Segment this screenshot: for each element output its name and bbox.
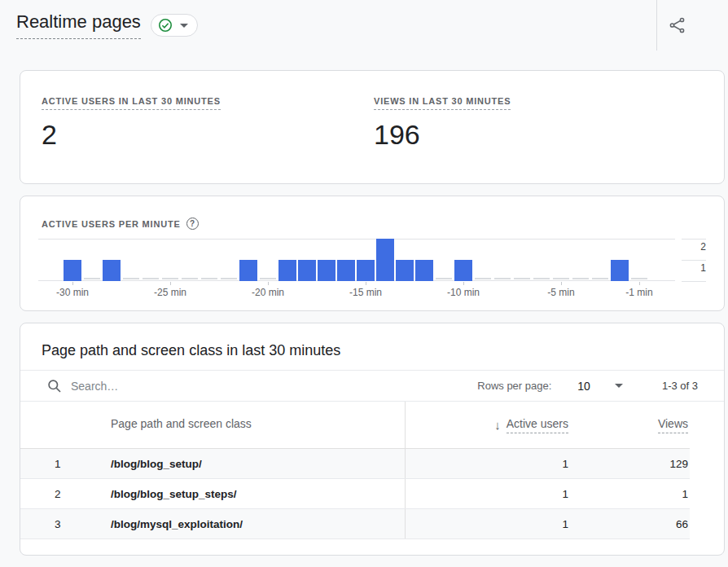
bar [415,260,433,281]
bar-slot-minute-8[interactable] [493,239,512,281]
empty-minute-mark [143,278,159,279]
bar-slot-minute-12[interactable] [414,239,434,281]
row-index: 1 [42,449,111,478]
x-tick-label: -5 min [547,287,574,298]
empty-minute-mark [592,278,608,279]
x-tick [561,282,562,285]
column-header-views[interactable]: Views [658,417,688,433]
bar-slot-minute-16[interactable] [336,239,356,281]
index-column-header [42,402,111,448]
check-circle-icon [158,18,173,33]
x-tick-label: -1 min [625,287,652,298]
column-header-active-users[interactable]: Active users [507,417,568,433]
metrics-cells: 1129 [405,449,690,478]
bar [454,260,472,281]
bar-slot-minute-2[interactable] [610,239,629,281]
empty-minute-mark [494,278,511,279]
bar-slot-minute-6[interactable] [532,239,551,281]
x-axis: -30 min-25 min-20 min-15 min-10 min-5 mi… [38,281,675,299]
x-tick-label: -15 min [349,287,382,298]
table-toolbar: Rows per page: 10 1-3 of 3 [20,371,724,402]
x-tick [170,282,171,285]
bar-slot-minute-9[interactable] [473,239,493,281]
table-row: 1/blog/blog_setup/1129 [20,449,690,479]
metric-label: ACTIVE USERS IN LAST 30 MINUTES [42,96,221,110]
bar-slot-minute-17[interactable] [317,239,336,281]
bar-slot-minute-30[interactable] [63,239,82,281]
sort-descending-icon: ↓ [494,418,501,432]
active-users-cell: 1 [406,479,568,508]
bar-slot-minute-19[interactable] [278,239,297,281]
bar-slot-minute-14[interactable] [375,239,395,281]
empty-minute-mark [553,278,569,279]
bar-slot-minute-5[interactable] [551,239,571,281]
x-tick [463,282,464,285]
bar-slot-minute-13[interactable] [395,239,414,281]
x-tick-label: -25 min [154,287,186,298]
rows-per-page-label: Rows per page: [477,380,551,392]
metric-views: VIEWS IN LAST 30 MINUTES 196 [374,93,706,183]
metric-value: 2 [42,119,374,151]
caret-down-icon[interactable] [180,24,188,28]
empty-minute-mark [475,278,491,279]
page-path-cell: /blog/blog_setup/ [111,449,405,478]
top-bar-actions [656,0,728,51]
x-tick [72,282,73,285]
bar [396,260,414,281]
bar-slot-minute-24[interactable] [180,239,200,281]
bar-slot-minute-23[interactable] [200,239,219,281]
x-tick [366,282,366,285]
bar-slot-minute-4[interactable] [571,239,590,281]
bar-slot-minute-15[interactable] [356,239,375,281]
rows-per-page-value[interactable]: 10 [577,380,590,393]
bar [318,260,335,281]
caret-down-icon[interactable] [615,384,623,388]
row-index: 2 [42,479,111,508]
bar-slot-minute-1[interactable] [629,239,649,281]
empty-minute-mark [221,278,237,279]
bar-slot-minute-25[interactable] [160,239,180,281]
bar-slot-minute-26[interactable] [141,239,160,281]
bar-slot-minute-3[interactable] [590,239,610,281]
help-icon[interactable]: ? [186,218,199,230]
active-users-cell: 1 [406,509,568,538]
x-tick-label: -10 min [447,287,480,298]
active-users-cell: 1 [406,449,568,478]
bar-slot-minute-28[interactable] [102,239,121,281]
page-title: Realtime pages [16,11,141,38]
y-grid-segment [682,260,706,261]
bar-slot-minute-27[interactable] [121,239,141,281]
bar-slot-minute-10[interactable] [454,239,473,281]
bar [278,260,296,281]
bar [376,239,394,281]
page-path-table-card: Page path and screen class in last 30 mi… [20,323,725,556]
pagination-status: 1-3 of 3 [662,380,698,392]
metric-active-users: ACTIVE USERS IN LAST 30 MINUTES 2 [42,93,374,183]
empty-minute-mark [162,278,178,279]
empty-minute-mark [631,278,647,279]
bar-slot-minute-18[interactable] [297,239,317,281]
table-row: 2/blog/blog_setup_steps/11 [20,479,690,509]
share-button[interactable] [668,15,687,35]
metric-value: 196 [374,119,706,151]
search-input[interactable] [71,380,315,393]
empty-minute-mark [260,278,276,279]
bar-slot-minute-7[interactable] [512,239,532,281]
column-header-dimension[interactable]: Page path and screen class [111,417,252,433]
table-title: Page path and screen class in last 30 mi… [42,342,703,359]
y-grid-segment [682,281,706,282]
bar-slot-minute-29[interactable] [82,239,102,281]
empty-minute-mark [84,278,100,279]
bar-slot-minute-11[interactable] [434,239,454,281]
bar-slot-minute-21[interactable] [239,239,258,281]
bar [298,260,316,281]
top-bar: Realtime pages [0,0,728,51]
x-tick [268,282,269,285]
metrics-cells: 166 [405,509,690,538]
bar-slot-minute-22[interactable] [219,239,239,281]
bar-slot-minute-20[interactable] [258,239,278,281]
bar [337,260,355,281]
bar [611,260,629,281]
report-status-badge[interactable] [151,14,198,37]
empty-minute-mark [514,278,530,279]
